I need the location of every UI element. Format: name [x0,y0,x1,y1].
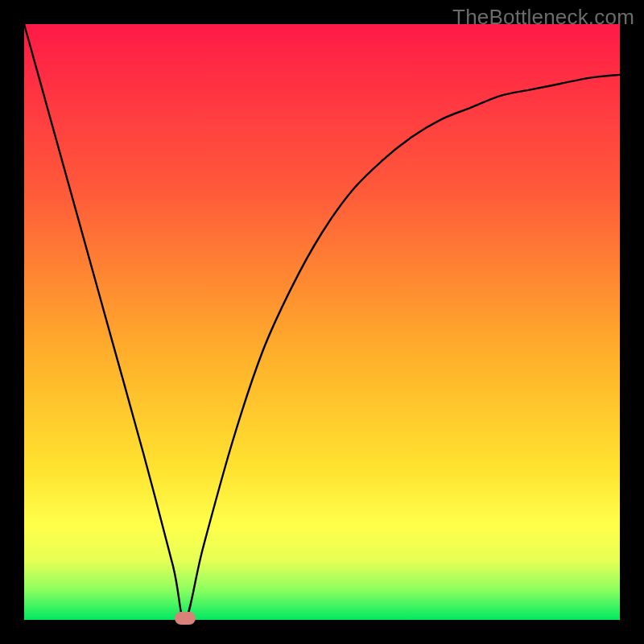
plot-svg [24,24,620,620]
watermark-text: TheBottleneck.com [452,5,634,30]
gradient-background [24,24,620,620]
chart-frame: TheBottleneck.com [0,0,644,644]
plot-area [24,24,620,620]
minimum-marker [175,612,196,625]
